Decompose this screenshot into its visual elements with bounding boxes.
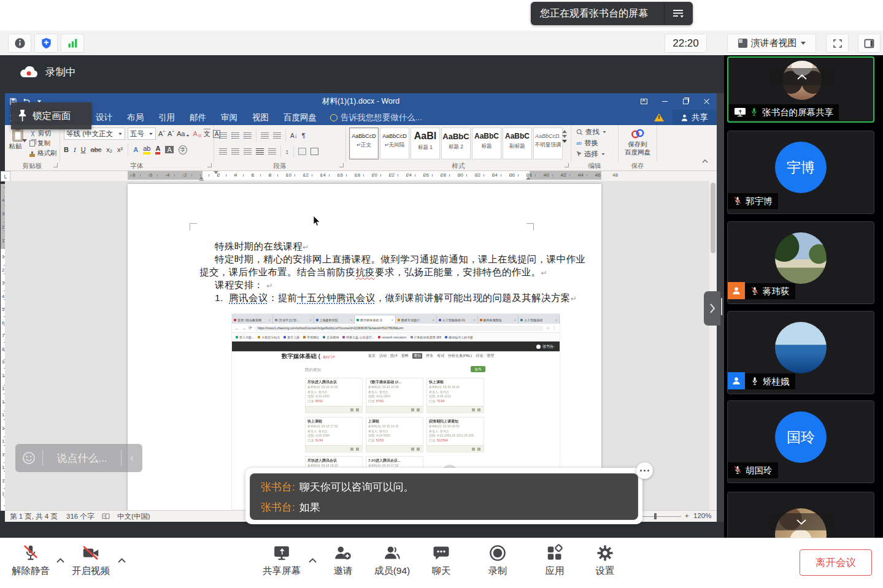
chat-bubble-icon xyxy=(432,544,450,562)
course-nav-item: 讨论 xyxy=(476,353,483,359)
security-button[interactable] xyxy=(34,34,58,53)
notice-card: 《数字媒体基础 (2...发布时间: 03-16 10:39发送人: 张书台范围… xyxy=(366,378,423,413)
record-button[interactable]: 录制 xyxy=(470,544,525,578)
word-ribbon: 粘贴 剪切 复制 格式刷 剪贴板 等线 (中文正文 五号 AˆAˇ xyxy=(5,125,717,171)
emoji-button[interactable] xyxy=(15,451,42,465)
course-nav-item: 考试 xyxy=(437,353,444,359)
strikethrough-icon: abc xyxy=(91,146,102,153)
watching-banner-text: 您正在观看张书台的屏幕 xyxy=(531,7,664,20)
word-window-controls xyxy=(633,93,717,110)
italic-icon: I xyxy=(74,146,76,153)
meeting-dock: 解除静音 开启视频 共享屏幕 邀请 成员(94) 聊天 录制 xyxy=(0,538,883,588)
participant-label: 胡国玲 xyxy=(728,462,778,478)
participant-tile[interactable] xyxy=(727,492,874,538)
ruler-number: 7 xyxy=(2,333,4,338)
chat-messages: 张书台:聊天你可以咨询可以问。 张书台:如果 xyxy=(250,473,638,520)
apps-grid-icon xyxy=(546,544,564,562)
more-options-button[interactable] xyxy=(636,462,653,479)
tab-design: 设计 xyxy=(88,110,120,125)
baidu-netdisk-icon xyxy=(630,127,646,140)
fullscreen-button[interactable] xyxy=(826,34,849,53)
settings-button[interactable]: 设置 xyxy=(577,544,633,578)
site-header-bar: 张书台- xyxy=(232,342,560,351)
participant-tile[interactable]: 国玲 胡国玲 xyxy=(727,400,874,483)
course-nav-item: 管理 xyxy=(487,353,494,359)
style-heading1: AaBl标题 1 xyxy=(411,128,440,159)
participant-tile-sharer[interactable]: 张书台的屏幕共享 xyxy=(727,56,874,123)
enclose-character-icon: 字 xyxy=(179,145,187,155)
chat-button[interactable]: 聊天 xyxy=(414,544,469,578)
fullscreen-icon xyxy=(833,39,843,48)
bullet-list-icon xyxy=(219,132,227,139)
minimize-icon xyxy=(654,93,675,110)
doc-paragraph: 课程安排： ↵ xyxy=(215,279,273,292)
style-no-spacing: AaBbCcD↵无间隔 xyxy=(380,128,409,159)
leave-meeting-button[interactable]: 离开会议 xyxy=(800,549,872,576)
share-screen-button[interactable]: 共享屏幕 xyxy=(254,544,309,578)
zoom-in-button: + xyxy=(685,512,689,519)
ruler-number: 14 xyxy=(319,172,327,178)
styles-scrollbar xyxy=(562,130,567,143)
unmute-button[interactable]: 解除静音 xyxy=(3,544,58,578)
quick-chat-input[interactable]: 说点什么... ‹ xyxy=(15,444,142,472)
ruler-number: 10 xyxy=(285,172,293,178)
chat-message: 张书台:如果 xyxy=(261,500,320,514)
watching-banner: 您正在观看张书台的屏幕 xyxy=(531,2,693,25)
participant-tile[interactable]: 蒋玮荻 xyxy=(727,221,874,304)
members-button[interactable]: 成员(94) xyxy=(364,544,420,578)
browser-tab: [互动平台] 智...× xyxy=(273,316,314,324)
start-video-button[interactable]: 开启视频 xyxy=(63,544,118,578)
invite-button[interactable]: 邀请 xyxy=(315,544,371,578)
ruler-number: 4 xyxy=(166,172,171,178)
format-painter-button: 格式刷 xyxy=(29,148,57,158)
collapse-sidebar-tab[interactable] xyxy=(704,291,720,326)
meeting-info-button[interactable] xyxy=(8,34,31,53)
scroll-up-control[interactable] xyxy=(769,68,835,85)
meeting-timer: 22:20 xyxy=(665,34,707,53)
participant-tile[interactable]: 矫桂娥 xyxy=(727,311,874,394)
divider-handle[interactable] xyxy=(721,298,722,315)
role-badge-icon xyxy=(728,282,745,299)
group-label: 保存 xyxy=(619,162,657,170)
course-nav: 首页活动统计资料通知作业考试分组任务(PBL)讨论管理 xyxy=(368,353,494,359)
bookmark-item: 移动端书上的书签 xyxy=(445,335,473,339)
view-mode-button[interactable]: 演讲者视图 xyxy=(727,34,816,53)
ruler-number: 9 xyxy=(2,359,4,365)
ruler-number: 38 xyxy=(525,172,533,178)
layout-menu-icon[interactable] xyxy=(665,2,693,25)
pin-video-tooltip[interactable]: 锁定画面 xyxy=(11,102,91,129)
browser-tabs: 首页 | 联合教育网×[互动平台] 智...×上海建桥学院×数字媒体基础 (2×… xyxy=(232,314,560,324)
info-icon xyxy=(14,37,26,49)
group-label: 段落 xyxy=(214,162,345,170)
apps-button[interactable]: 应用 xyxy=(527,544,582,578)
doc-paragraph: 特定时期，精心的安排网上直播课程。做到学习通提前通知，课上在线提问，课中作业 xyxy=(215,253,585,266)
bookmark-item: 火狐官方站点 xyxy=(258,335,280,339)
browser-tab: 首页 | 联合教育网× xyxy=(232,316,273,324)
scissors-icon xyxy=(29,131,36,137)
participant-tile[interactable]: 宇博 郭宇博 xyxy=(727,131,874,214)
sort-icon: A↓ xyxy=(290,132,298,139)
style-normal: AaBbCcD↵正文 xyxy=(349,128,379,159)
chat-overlay-panel: 张书台:聊天你可以咨询可以问。 张书台:如果 xyxy=(245,468,642,524)
multilevel-list-icon xyxy=(244,132,252,139)
change-case-icon: Aa xyxy=(177,130,190,137)
ruler-number: 6 xyxy=(2,320,4,326)
participant-label: 矫桂娥 xyxy=(745,373,795,389)
quick-chat-placeholder[interactable]: 说点什么... xyxy=(43,451,121,465)
collapse-left-icon[interactable]: ‹ xyxy=(121,452,142,464)
style-subtle-emphasis: AaBbCcD.不明显强调 xyxy=(533,128,563,159)
network-status-button[interactable] xyxy=(61,34,84,53)
bookmark-item: 新手上路 xyxy=(283,335,299,339)
side-panel-toggle-button[interactable] xyxy=(858,34,881,53)
browser-tab: 数媒专业统计× xyxy=(396,316,437,324)
close-icon xyxy=(696,93,717,110)
text-boundary-mark xyxy=(526,223,534,231)
shading-icon: A xyxy=(165,146,173,153)
chevron-up-icon xyxy=(797,74,807,80)
scroll-down-control[interactable] xyxy=(769,513,834,530)
video-options-chevron[interactable] xyxy=(118,558,126,563)
dialog-launcher-icon xyxy=(207,163,212,167)
ribbon-tabs: 设计 布局 引用 邮件 审阅 视图 百度网盘 xyxy=(88,110,324,125)
font-color-icon: A xyxy=(155,145,160,155)
clear-format-icon: A xyxy=(193,130,201,137)
